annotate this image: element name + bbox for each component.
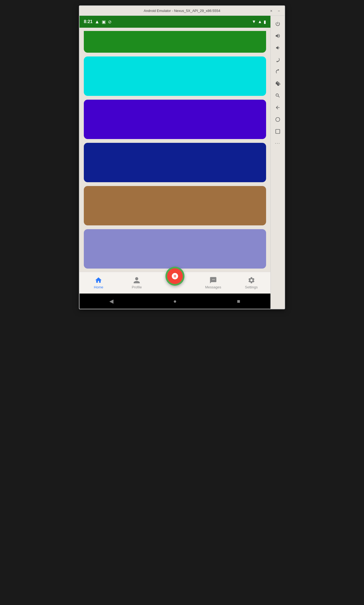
more-toolbar-button[interactable]: ··· — [272, 138, 283, 149]
title-bar-controls: × − — [268, 8, 282, 14]
settings-icon — [248, 276, 255, 284]
signal-icon: ▲ — [258, 19, 262, 24]
fab-button[interactable] — [167, 268, 183, 284]
outer-wrapper: Android Emulator - Nexus_5X_API_29_x86:5… — [79, 5, 285, 309]
rotate-landscape-button[interactable] — [272, 66, 283, 77]
android-recents-button[interactable]: ■ — [233, 296, 244, 307]
android-back-button[interactable]: ◀ — [106, 296, 117, 307]
svg-rect-1 — [276, 130, 280, 134]
battery-icon: ▮ — [264, 19, 266, 24]
profile-label: Profile — [132, 285, 142, 289]
color-card-darkblue[interactable] — [84, 143, 266, 182]
rotate-portrait-button[interactable] — [272, 54, 283, 65]
main-content — [79, 28, 270, 272]
nav-item-settings[interactable]: Settings — [232, 276, 270, 289]
emulator-window: Android Emulator - Nexus_5X_API_29_x86:5… — [79, 5, 285, 309]
volume-up-button[interactable] — [272, 30, 283, 41]
color-card-brown[interactable] — [84, 186, 266, 225]
settings-label: Settings — [245, 285, 258, 289]
screenshot-button[interactable] — [272, 78, 283, 89]
profile-icon — [133, 276, 141, 284]
power-button[interactable] — [272, 18, 283, 29]
title-bar: Android Emulator - Nexus_5X_API_29_x86:5… — [79, 6, 285, 16]
phone-screen: 8:21 ▲ ▣ ⊘ ▼ ▲ ▮ — [79, 16, 270, 309]
android-nav-bar: ◀ ● ■ — [79, 294, 270, 309]
nav-item-profile[interactable]: Profile — [118, 276, 156, 289]
status-left: 8:21 ▲ ▣ ⊘ — [84, 19, 111, 25]
home-icon — [95, 276, 102, 284]
back-toolbar-button[interactable] — [272, 102, 283, 113]
messages-label: Messages — [205, 285, 221, 289]
color-card-purple[interactable] — [84, 100, 266, 139]
minimize-button[interactable]: − — [276, 8, 282, 14]
aurora-icon: ▲ — [95, 19, 100, 25]
bottom-nav: Home Profile — [79, 272, 270, 294]
svg-point-0 — [276, 118, 280, 122]
nav-item-messages[interactable]: Messages — [194, 276, 232, 289]
volume-down-button[interactable] — [272, 42, 283, 53]
wifi-icon: ▼ — [252, 19, 256, 24]
color-card-cyan[interactable] — [84, 56, 266, 96]
home-label: Home — [94, 285, 103, 289]
status-time: 8:21 — [84, 19, 92, 24]
close-button[interactable]: × — [268, 8, 274, 14]
status-bar: 8:21 ▲ ▣ ⊘ ▼ ▲ ▮ — [79, 16, 270, 28]
android-home-button[interactable]: ● — [170, 296, 180, 307]
zoom-button[interactable] — [272, 90, 283, 101]
emulator-body: 8:21 ▲ ▣ ⊘ ▼ ▲ ▮ — [79, 16, 285, 309]
status-right: ▼ ▲ ▮ — [252, 19, 266, 24]
dnd-icon: ⊘ — [108, 19, 111, 24]
sim-icon: ▣ — [102, 19, 106, 24]
fab-background — [165, 267, 184, 286]
color-card-periwinkle[interactable] — [84, 229, 266, 269]
color-card-green[interactable] — [84, 31, 266, 53]
nav-item-home[interactable]: Home — [79, 276, 118, 289]
messages-icon — [209, 276, 217, 284]
home-toolbar-button[interactable] — [272, 114, 283, 125]
emulator-title: Android Emulator - Nexus_5X_API_29_x86:5… — [144, 9, 221, 13]
side-toolbar: ··· — [270, 16, 285, 309]
recents-toolbar-button[interactable] — [272, 126, 283, 137]
